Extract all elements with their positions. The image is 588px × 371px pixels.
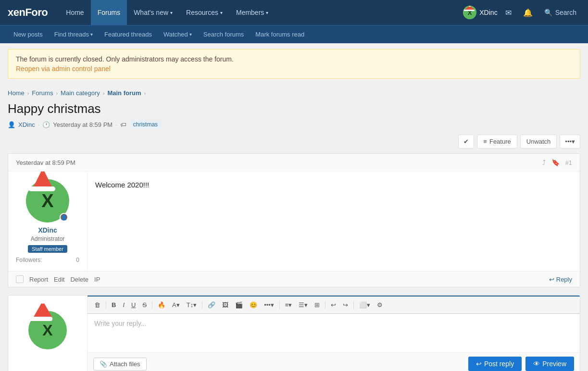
thread-meta: 👤 XDinc · 🕐 Yesterday at 8:59 PM · 🏷 chr… (8, 120, 580, 129)
person-icon: 👤 (8, 121, 15, 128)
toolbar-undo-btn[interactable]: ↩ (328, 299, 339, 310)
post-content: Welcome 2020!!! (95, 179, 572, 218)
followers-row: Followers: 0 (14, 257, 81, 263)
post-reply-button[interactable]: ↩ Post reply (468, 357, 522, 371)
post-checkbox[interactable] (16, 275, 24, 283)
toolbar-clear-btn[interactable]: 🗑 (91, 299, 103, 310)
reply-author-column: X (8, 296, 88, 371)
watched-arrow: ▾ (189, 32, 192, 37)
username-label: XDinc (479, 9, 497, 16)
preview-icon: 👁 (533, 360, 540, 368)
subnav-find-threads[interactable]: Find threads▾ (49, 25, 99, 44)
tag-icon: 🏷 (120, 121, 126, 128)
site-logo[interactable]: xenForo (8, 6, 48, 19)
subnav-featured-threads[interactable]: Featured threads (99, 25, 158, 44)
subnav-new-posts[interactable]: New posts (8, 25, 49, 44)
toolbar-italic-btn[interactable]: I (120, 299, 127, 310)
thread-title: Happy christmas (8, 101, 580, 116)
toolbar-redo-btn[interactable]: ↪ (340, 299, 351, 310)
attach-files-button[interactable]: 📎 Attach files (93, 358, 147, 371)
followers-label: Followers: (16, 257, 42, 263)
nav-home[interactable]: Home (59, 0, 90, 25)
check-button[interactable]: ✔ (458, 135, 474, 148)
resources-arrow: ▾ (220, 10, 223, 15)
editor-textarea[interactable]: Write your reply... (88, 314, 580, 352)
nav-members[interactable]: Members▾ (229, 0, 275, 25)
nav-resources[interactable]: Resources▾ (179, 0, 229, 25)
user-badge[interactable]: X XDinc (463, 6, 497, 19)
subnav-search-forums[interactable]: Search forums (198, 25, 250, 44)
toolbar-image-btn[interactable]: 🖼 (219, 299, 231, 310)
mail-icon[interactable]: ✉ (501, 4, 515, 21)
svg-rect-3 (464, 10, 475, 11)
user-avatar-small: X (463, 6, 476, 19)
toolbar-sep-2 (152, 301, 152, 309)
bookmark-icon[interactable]: 🔖 (551, 159, 560, 166)
sub-navigation: New posts Find threads▾ Featured threads… (0, 25, 588, 43)
report-link[interactable]: Report (29, 276, 48, 283)
editor-action-buttons: ↩ Post reply 👁 Preview (468, 357, 574, 371)
reply-link[interactable]: ↩ Reply (549, 276, 572, 283)
toolbar-more-btn[interactable]: •••▾ (261, 299, 277, 310)
nav-whats-new[interactable]: What's new▾ (127, 0, 179, 25)
subnav-mark-forums-read[interactable]: Mark forums read (250, 25, 310, 44)
staff-badge[interactable]: Staff member (28, 245, 67, 253)
alert-link[interactable]: Reopen via admin control panel (16, 65, 572, 73)
preview-button[interactable]: 👁 Preview (525, 357, 574, 371)
unwatch-button[interactable]: Unwatch (520, 135, 557, 148)
toolbar-font-color-btn[interactable]: A▾ (169, 299, 183, 310)
toolbar-link-btn[interactable]: 🔗 (205, 299, 218, 310)
toolbar-font-size-btn[interactable]: T↕▾ (184, 299, 200, 310)
reply-avatar[interactable]: X (28, 311, 67, 349)
toolbar-media-btn[interactable]: 🎬 (232, 299, 246, 310)
toolbar-settings-btn[interactable]: ⚙ (374, 299, 386, 310)
editor-toolbar: 🗑 B I U S 🔥 A▾ T↕▾ 🔗 🖼 🎬 😊 •••▾ ≡▾ ☰▾ ⊞ … (88, 296, 580, 314)
toolbar-table-btn[interactable]: ⊞ (312, 299, 323, 310)
search-button[interactable]: 🔍 Search (540, 9, 580, 16)
toolbar-highlight-btn[interactable]: 🔥 (155, 299, 168, 310)
delete-link[interactable]: Delete (70, 276, 88, 283)
nav-forums[interactable]: Forums (91, 0, 127, 25)
toolbar-align-btn[interactable]: ≡▾ (282, 299, 295, 310)
post-header-right: ⤴ 🔖 #1 (542, 159, 572, 166)
nav-items: Home Forums What's new▾ Resources▾ Membe… (59, 0, 463, 25)
breadcrumb-home[interactable]: Home (8, 89, 25, 97)
breadcrumb-current[interactable]: Main forum (107, 89, 141, 97)
bell-icon[interactable]: 🔔 (519, 4, 537, 21)
post-reply-icon: ↩ (476, 360, 482, 368)
toolbar-underline-btn[interactable]: U (128, 299, 138, 310)
reply-editor-container: X 🗑 B I U S 🔥 A▾ T↕▾ 🔗 🖼 🎬 😊 •••▾ ≡▾ ☰▾ … (8, 295, 580, 371)
thread-tag[interactable]: christmas (129, 120, 162, 129)
more-button[interactable]: •••▾ (560, 135, 580, 148)
post-number: #1 (565, 159, 572, 166)
reply-editor-column: 🗑 B I U S 🔥 A▾ T↕▾ 🔗 🖼 🎬 😊 •••▾ ≡▾ ☰▾ ⊞ … (88, 296, 580, 371)
find-threads-arrow: ▾ (90, 32, 93, 37)
thread-timestamp: Yesterday at 8:59 PM (53, 121, 113, 128)
share-icon[interactable]: ⤴ (542, 159, 546, 166)
admin-badge-icon: 👤 (60, 213, 68, 222)
toolbar-strikethrough-btn[interactable]: S (139, 299, 150, 310)
alert-message: The forum is currently closed. Only admi… (16, 55, 572, 63)
toolbar-bold-btn[interactable]: B (109, 299, 119, 310)
svg-point-10 (40, 298, 46, 304)
feature-button[interactable]: ≡ Feature (477, 135, 517, 148)
thread-author-link[interactable]: XDinc (18, 121, 35, 128)
edit-link[interactable]: Edit (54, 276, 64, 283)
post-body: X 👤 XDinc Administrator Staff member Fol… (8, 172, 580, 271)
toolbar-sep-5 (325, 301, 325, 309)
toolbar-emoji-btn[interactable]: 😊 (247, 299, 260, 310)
author-role: Administrator (31, 235, 65, 242)
breadcrumb-main-category[interactable]: Main category (61, 89, 100, 97)
post-timestamp[interactable]: Yesterday at 8:59 PM (16, 159, 75, 166)
toolbar-list-btn[interactable]: ☰▾ (296, 299, 311, 310)
clock-icon: 🕐 (42, 121, 50, 128)
members-arrow: ▾ (266, 10, 268, 15)
whats-new-arrow: ▾ (170, 10, 173, 15)
breadcrumb-forums[interactable]: Forums (32, 89, 53, 97)
post-header: Yesterday at 8:59 PM ⤴ 🔖 #1 (8, 154, 580, 172)
subnav-watched[interactable]: Watched▾ (158, 25, 198, 44)
post-footer: Report Edit Delete IP ↩ Reply (8, 271, 580, 287)
toolbar-bb-code-btn[interactable]: ⬜▾ (356, 299, 373, 310)
author-name[interactable]: XDinc (38, 226, 57, 234)
ip-link[interactable]: IP (94, 276, 100, 283)
